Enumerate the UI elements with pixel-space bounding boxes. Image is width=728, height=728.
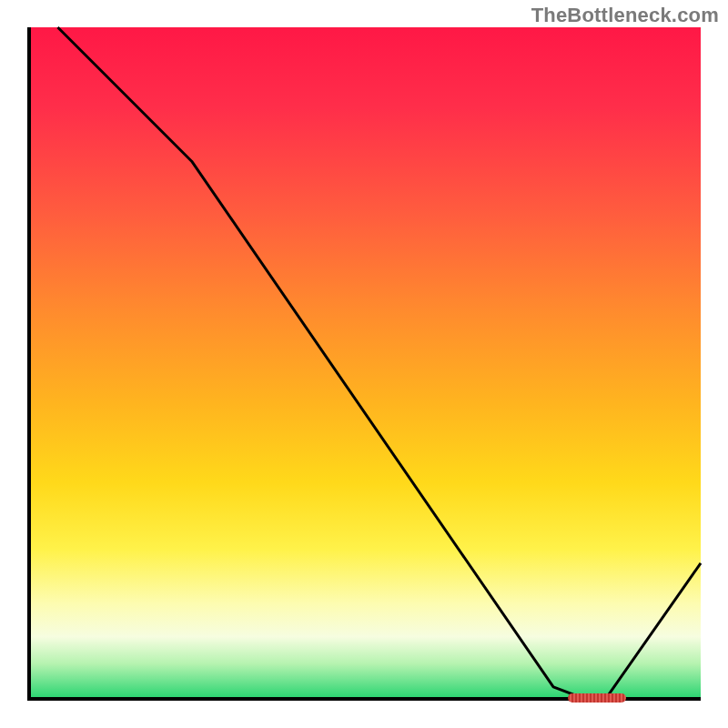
plot-frame (27, 27, 701, 701)
chart-curve-svg (31, 27, 701, 697)
watermark-text: TheBottleneck.com (531, 4, 719, 27)
chart-curve-path (57, 27, 701, 697)
chart-root: TheBottleneck.com (0, 0, 728, 728)
minimum-marker (568, 693, 626, 703)
